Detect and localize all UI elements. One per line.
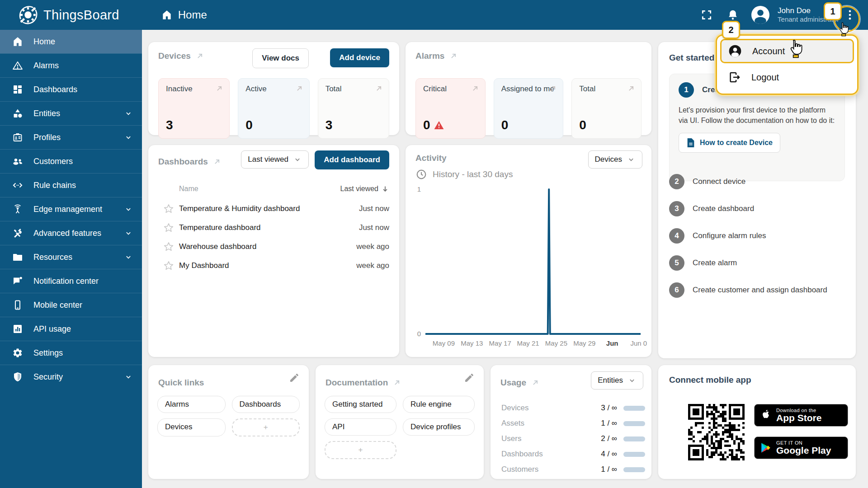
sidebar-item-edge-management[interactable]: Edge management (0, 197, 142, 221)
rule-chains-icon (12, 180, 24, 191)
critical-alert-icon (434, 121, 444, 130)
devices-card: Devices View docs Add device Inactive 3 … (148, 42, 399, 135)
link-pill-dashboards[interactable]: Dashboards (232, 396, 300, 413)
sidebar-item-entities[interactable]: Entities (0, 101, 142, 125)
sidebar-item-customers[interactable]: Customers (0, 149, 142, 173)
dashboards-filter-select[interactable]: Last viewed (241, 150, 309, 169)
google-play-badge[interactable]: GET IT ON Google Play (754, 436, 848, 459)
get-started-step-4[interactable]: 4 Configure alarm rules (669, 228, 845, 244)
get-started-step-5[interactable]: 5 Create alarm (669, 255, 845, 271)
column-last-viewed[interactable]: Last viewed (335, 185, 389, 193)
apple-icon (760, 408, 772, 422)
svg-text:May 17: May 17 (489, 339, 511, 347)
sidebar-item-home[interactable]: Home (0, 30, 142, 53)
sidebar-item-advanced-features[interactable]: Advanced features (0, 221, 142, 245)
chevron-down-icon (627, 155, 636, 164)
dashboard-row[interactable]: My Dashboard week ago (158, 256, 389, 275)
sort-desc-icon (381, 185, 389, 193)
dashboards-icon (12, 84, 24, 95)
link-pill-rule-engine[interactable]: Rule engine (403, 396, 475, 413)
sidebar-item-settings[interactable]: Settings (0, 341, 142, 365)
view-docs-button[interactable]: View docs (252, 48, 309, 68)
column-name[interactable]: Name (179, 185, 335, 193)
step-number-badge: 3 (669, 201, 684, 216)
usage-progress-bar (623, 406, 645, 411)
star-icon[interactable] (158, 222, 179, 234)
user-dropdown-menu: Account Logout (716, 34, 859, 95)
link-pill-devices[interactable]: Devices (157, 418, 226, 436)
star-icon[interactable] (158, 260, 179, 272)
open-link-icon (471, 84, 480, 93)
menu-item-logout[interactable]: Logout (717, 65, 857, 89)
pencil-icon (464, 372, 475, 383)
dashboard-row[interactable]: Temperature dashboard Just now (158, 218, 389, 237)
activity-chart: 10May 09May 13May 17May 21May 25May 29Ju… (412, 183, 647, 352)
link-pill-alarms[interactable]: Alarms (157, 396, 226, 413)
dashboard-row[interactable]: Warehouse dashboard week ago (158, 237, 389, 256)
usage-card: Usage Entities Devices 3 / ∞ Assets 1 / … (491, 365, 651, 479)
usage-entity-select[interactable]: Entities (591, 371, 643, 389)
activity-card-title: Activity (415, 153, 447, 163)
dashboards-card-title[interactable]: Dashboards (158, 157, 222, 167)
add-dashboard-button[interactable]: Add dashboard (315, 150, 389, 169)
sidebar-item-profiles[interactable]: Profiles (0, 125, 142, 149)
usage-title[interactable]: Usage (500, 378, 540, 388)
sidebar-item-notification-center[interactable]: Notification center (0, 269, 142, 293)
logout-icon (728, 70, 741, 84)
alarms-icon (12, 60, 24, 71)
add-link-pill[interactable]: + (325, 441, 396, 459)
link-pill-device-profiles[interactable]: Device profiles (403, 418, 475, 436)
stat-tile-critical[interactable]: Critical 0 (415, 78, 486, 139)
dashboard-row[interactable]: Temperature & Humidity dashboard Just no… (158, 199, 389, 218)
get-started-step-2[interactable]: 2 Connect device (669, 174, 845, 189)
usage-progress-bar (623, 467, 645, 472)
add-device-button[interactable]: Add device (330, 48, 389, 67)
open-link-icon (531, 378, 540, 387)
page-title-label: Home (178, 9, 207, 21)
svg-text:Jun: Jun (606, 339, 618, 347)
fullscreen-button[interactable] (701, 9, 712, 21)
step-label: Create dashboard (693, 204, 754, 213)
security-icon (12, 371, 24, 382)
sidebar-item-mobile-center[interactable]: Mobile center (0, 293, 142, 317)
star-icon[interactable] (158, 241, 179, 253)
svg-text:May 13: May 13 (461, 339, 483, 347)
how-to-create-device-button[interactable]: How to create Device (679, 133, 780, 153)
link-pill-api[interactable]: API (325, 418, 396, 436)
app-store-badge[interactable]: Download on the App Store (754, 404, 848, 427)
link-pill-getting-started[interactable]: Getting started (325, 396, 396, 413)
stat-tile-inactive[interactable]: Inactive 3 (158, 78, 230, 139)
stat-tile-total[interactable]: Total 3 (318, 78, 389, 139)
step-number-badge: 4 (669, 228, 684, 244)
sidebar-item-alarms[interactable]: Alarms (0, 53, 142, 77)
alarms-card-title[interactable]: Alarms (415, 51, 458, 61)
sidebar-item-resources[interactable]: Resources (0, 245, 142, 269)
stat-tile-assigned-to-me[interactable]: Assigned to me 0 (494, 78, 564, 139)
get-started-step-3[interactable]: 3 Create dashboard (669, 201, 845, 216)
get-started-step-6[interactable]: 6 Create customer and assign dashboard (669, 282, 845, 298)
step-label: Configure alarm rules (693, 231, 766, 240)
stat-tile-active[interactable]: Active 0 (238, 78, 309, 139)
notifications-button[interactable] (727, 9, 739, 21)
sidebar-item-rule-chains[interactable]: Rule chains (0, 173, 142, 197)
clock-icon (415, 169, 427, 180)
sidebar: Home Alarms Dashboards Entities Profiles… (0, 30, 142, 488)
sidebar-item-security[interactable]: Security (0, 365, 142, 389)
add-link-pill[interactable]: + (232, 418, 300, 436)
documentation-title[interactable]: Documentation (326, 378, 401, 388)
document-icon (686, 138, 695, 148)
home-icon (161, 9, 173, 21)
stat-tile-total[interactable]: Total 0 (571, 78, 642, 139)
star-icon[interactable] (158, 203, 179, 215)
activity-entity-select[interactable]: Devices (588, 150, 642, 169)
open-link-icon (449, 52, 458, 61)
edit-documentation-button[interactable] (464, 372, 475, 383)
edit-quick-links-button[interactable] (289, 372, 300, 383)
quick-links-card: Quick links AlarmsDashboardsDevices+ (148, 365, 309, 479)
sidebar-item-api-usage[interactable]: API usage (0, 317, 142, 341)
devices-card-title[interactable]: Devices (158, 51, 204, 61)
menu-item-account[interactable]: Account (720, 39, 854, 63)
usage-row-devices: Devices 3 / ∞ (501, 400, 645, 416)
get-started-title: Get started (669, 53, 714, 63)
sidebar-item-dashboards[interactable]: Dashboards (0, 77, 142, 101)
